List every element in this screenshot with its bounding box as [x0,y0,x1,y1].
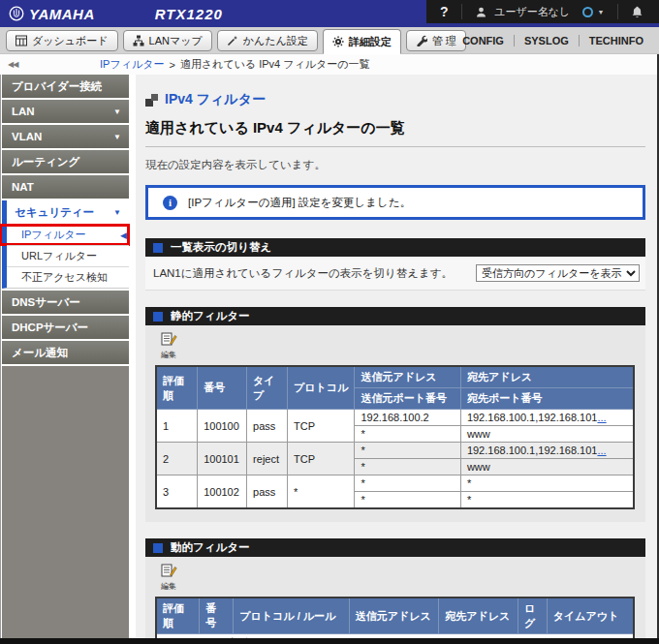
sidebar-item-ip-filter[interactable]: IPフィルター ◀ [7,224,129,245]
more-addresses-link[interactable]: ... [597,445,606,456]
brand-name: YAMAHA [29,6,95,22]
section-header: 動的フィルター [145,538,645,557]
sidebar-item-nat[interactable]: NAT [2,175,129,199]
sidebar-item-lan[interactable]: LAN ▼ [2,100,129,123]
status-dropdown[interactable]: ▼ [582,7,604,17]
dynamic-filter-table: 評価順 番号 プロトコル / ルール 送信元アドレス 宛先アドレス ログ タイム… [155,597,635,638]
tab-label: かんたん設定 [243,34,308,48]
tab-easy-setup[interactable]: かんたん設定 [217,30,318,51]
sidebar-nav: プロバイダー接続 LAN ▼ VLAN ▼ ルーティング NAT セキュリティー… [0,75,136,638]
cell-src-addr: * [355,475,460,492]
cell-protocol: TCP [288,443,355,475]
table-row: 3 100102 pass * * * [156,475,634,492]
sidebar-item-label: ルーティング [12,155,79,169]
sidebar-item-label: プロバイダー接続 [12,79,102,94]
sidebar-item-security[interactable]: セキュリティー ▼ [7,200,129,224]
techinfo-link[interactable]: TECHINFO [579,35,653,46]
col-header-dst-addr: 宛先アドレス [460,366,634,388]
col-header-protocol: プロトコル [288,366,355,410]
breadcrumb-parent-link[interactable]: IPフィルター [100,57,164,72]
model-name: RTX1220 [155,6,223,22]
filter-direction-select[interactable]: 受信方向のフィルターを表示 [476,264,640,282]
cell-protocol: * [288,475,355,509]
cell-order: 1 [156,410,198,443]
sidebar-item-dhcp-server[interactable]: DHCPサーバー [2,316,129,339]
sidebar-item-label: メール通知 [12,346,68,360]
notice-text: [IPフィルターの適用] 設定を変更しました。 [188,196,411,210]
tab-dashboard[interactable]: ダッシュボード [6,30,118,51]
help-icon[interactable]: ? [440,4,449,19]
page-heading: 適用されている IPv4 フィルターの一覧 [145,119,645,138]
section-dynamic-filter: 動的フィルター 編集 [145,538,645,638]
chevron-down-icon: ▼ [597,9,604,15]
cell-number: 100101 [198,443,247,475]
section-title: 静的フィルター [171,309,250,323]
wrench-icon [416,35,427,46]
top-bar: YAMAHA RTX1220 ? ユーザー名なし ▼ [0,0,659,27]
col-header-src-addr: 送信元アドレス [349,598,439,634]
static-filter-body: 編集 評価順 番号 タイプ プロトコル 送信元アドレス 宛先アドレス [145,325,645,522]
view-switch-text: LAN1に適用されているフィルターの表示を切り替えます。 [153,266,453,281]
topbar-right-panel: ? ユーザー名なし ▼ [426,0,659,23]
cell-order: 2 [156,443,198,475]
col-header-protocol-rule: プロトコル / ルール [234,598,349,634]
tab-label: LANマップ [149,34,203,48]
config-link[interactable]: CONFIG [452,35,514,46]
main-tab-bar: ダッシュボード LANマップ かんたん設定 詳細設定 [0,27,659,54]
syslog-link[interactable]: SYSLOG [514,35,579,46]
page-title-text: IPv4 フィルター [165,91,266,108]
cell-dst-addr: * [460,475,634,492]
cell-dst-port: * [460,492,634,509]
table-row: 2 100101 reject TCP * 192.168.100.1,192.… [156,443,634,459]
more-addresses-link[interactable]: ... [597,412,606,423]
collapse-sidebar-icon[interactable]: ◀◀ [8,60,17,69]
heading-divider [145,146,645,147]
dynamic-filter-body: 編集 評価順 番号 プロトコル / ルール 送信元アドレス 宛先アドレス ログ [145,557,645,638]
sidebar-item-dns-server[interactable]: DNSサーバー [2,291,129,314]
status-ring-icon [582,7,593,17]
info-icon: i [163,196,177,210]
table-row: 1 100100 pass TCP 192.168.100.2 192.168.… [156,410,634,426]
col-header-src-addr: 送信元アドレス [355,366,460,388]
col-header-number: 番号 [198,366,247,410]
sidebar-item-label: VLAN [12,131,42,142]
window-bottom-border [0,638,659,644]
tab-advanced-settings[interactable]: 詳細設定 [323,29,401,54]
src-addr-text: 192.168.100.2 [361,412,428,423]
col-header-type: タイプ [247,366,288,410]
chevron-down-icon: ▼ [113,133,121,141]
yamaha-tuning-fork-icon [9,6,24,21]
user-menu[interactable]: ユーザー名なし [475,5,570,19]
col-header-log: ログ [518,598,547,634]
breadcrumb-bar: ◀◀ IPフィルター > 適用されている IPv4 フィルターの一覧 [0,54,659,75]
bell-icon[interactable] [631,6,643,18]
section-bullet-icon [153,312,163,322]
cell-dst-port: www [460,459,634,475]
sidebar-item-url-filter[interactable]: URLフィルター [7,245,129,266]
sidebar-item-routing[interactable]: ルーティング [2,150,129,173]
sidebar-item-provider[interactable]: プロバイダー接続 [2,75,129,98]
sidebar-subitem-label: URLフィルター [21,249,97,263]
col-header-src-port: 送信元ポート番号 [355,388,460,410]
page-title-icon [145,94,158,107]
sidebar-subitem-label: IPフィルター [21,228,85,242]
sidebar-item-mail-notification[interactable]: メール通知 [2,341,129,364]
sidebar-item-intrusion-detection[interactable]: 不正アクセス検知 [7,266,129,288]
tab-lan-map[interactable]: LANマップ [123,30,212,51]
cell-protocol: TCP [288,410,355,443]
sidebar-item-vlan[interactable]: VLAN ▼ [2,125,129,148]
col-header-dst-port: 宛先ポート番号 [460,388,634,410]
edit-static-filter-button[interactable]: 編集 [155,331,182,360]
chevron-down-icon: ▼ [113,107,121,116]
external-links: CONFIG SYSLOG TECHINFO [452,27,653,53]
current-page-marker-icon: ◀ [120,230,127,240]
page-description: 現在の設定内容を表示しています。 [145,158,645,172]
cell-dst-addr: 192.168.100.1,192.168.101... [460,410,634,426]
yamaha-logo: YAMAHA [0,6,95,22]
section-header: 静的フィルター [145,307,645,325]
cell-type: reject [247,443,288,475]
edit-dynamic-filter-button[interactable]: 編集 [155,563,182,592]
col-header-timeout: タイムアウト [547,598,634,634]
sidebar-subitem-label: 不正アクセス検知 [21,270,108,285]
col-header-order: 評価順 [156,598,200,634]
